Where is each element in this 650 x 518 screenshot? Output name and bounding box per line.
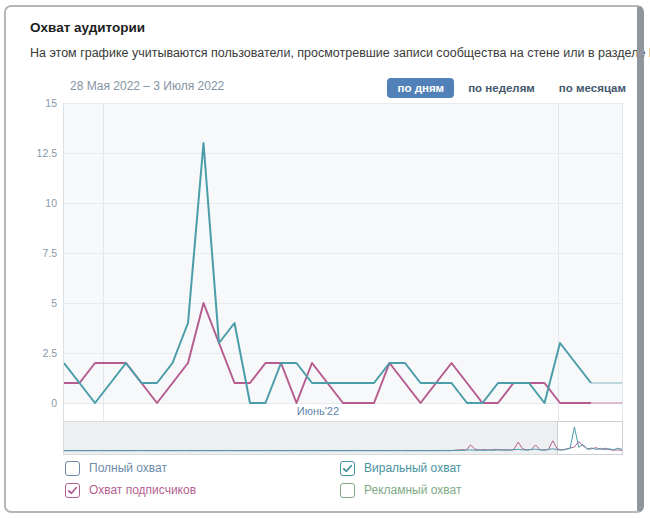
y-tick-label: 15 <box>0 97 57 109</box>
legend-ad-reach[interactable]: Рекламный охват <box>340 479 461 501</box>
legend-column: Виральный охватРекламный охват <box>340 457 461 501</box>
legend-item-label: Охват подписчиков <box>89 483 196 497</box>
y-tick-label: 2.5 <box>0 347 57 359</box>
date-range-label: 28 Мая 2022 – 3 Июля 2022 <box>70 79 224 93</box>
tab-by-weeks[interactable]: по неделям <box>458 78 545 98</box>
minimap-brush[interactable] <box>63 421 623 455</box>
minimap-series-line <box>64 427 622 451</box>
checkbox-checked-icon[interactable] <box>340 461 355 476</box>
y-tick-label: 0 <box>0 397 57 409</box>
series-line <box>64 143 591 403</box>
page-title: Охват аудитории <box>30 20 145 35</box>
checkbox-checked-icon[interactable] <box>65 483 80 498</box>
checkbox-unchecked-icon[interactable] <box>65 461 80 476</box>
tab-by-months[interactable]: по месяцам <box>549 78 636 98</box>
legend-item-label: Виральный охват <box>364 461 461 475</box>
chart-description: На этом графике учитываются пользователи… <box>30 46 650 60</box>
y-tick-label: 10 <box>0 197 57 209</box>
legend-item-label: Рекламный охват <box>364 483 461 497</box>
legend-viral-reach[interactable]: Виральный охват <box>340 457 461 479</box>
y-tick-label: 5 <box>0 297 57 309</box>
legend-item-label: Полный охват <box>89 461 167 475</box>
main-chart[interactable]: Июнь'22 <box>63 103 623 421</box>
y-tick-label: 12.5 <box>0 147 57 159</box>
legend-column: Полный охватОхват подписчиков <box>65 457 196 501</box>
legend-subscribers-reach[interactable]: Охват подписчиков <box>65 479 196 501</box>
series-line <box>64 303 591 403</box>
minimap-lines <box>64 422 622 454</box>
checkbox-unchecked-icon[interactable] <box>340 483 355 498</box>
tab-by-days[interactable]: по дням <box>387 78 454 98</box>
chart-lines <box>64 103 622 421</box>
period-tabs: по днямпо неделямпо месяцам <box>387 78 636 98</box>
y-tick-label: 7.5 <box>0 247 57 259</box>
legend-full-reach[interactable]: Полный охват <box>65 457 196 479</box>
